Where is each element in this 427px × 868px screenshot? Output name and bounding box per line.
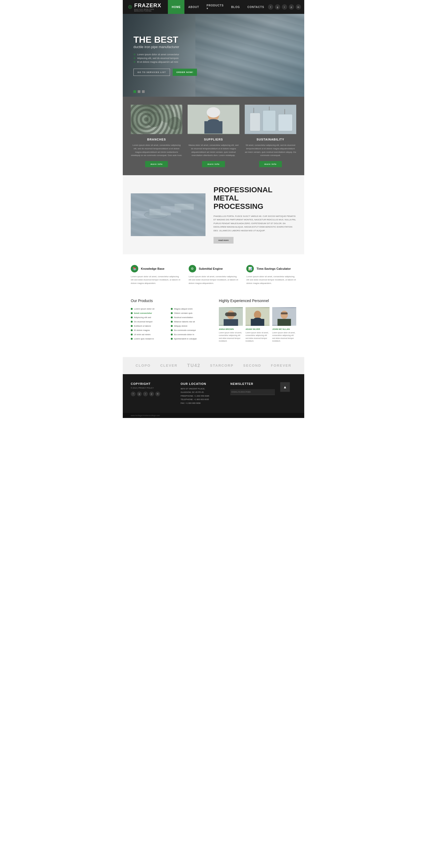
feature-submittal-title: Submittal Engine [199,267,223,270]
nav-blog[interactable]: BLOG [227,0,244,14]
feature-calculator: 📊 Time-Savings Calculator Lorem ipsum do… [246,265,296,285]
feature-knowledge-text: Lorem ipsum dolor sit amet, consectetur … [131,275,181,285]
product-item: Obtem veniam quis [171,311,208,315]
header: FRAZERX DUCTILE IRON PIPE MANUFACTURING … [123,0,304,14]
svg-point-9 [171,119,178,127]
footer-newsletter: NEWSLETTER OK [230,382,275,405]
footer: COPYRIGHT © 2014 | PRIVACY POLICY f g r … [123,374,304,413]
main-nav: HOME ABOUT PRODUCTS ▾ BLOG CONTACTS [168,0,268,14]
product-item: Exilldunt ut labore [131,324,168,328]
header-social: f g r p in [268,4,301,10]
products-column: Our Products Lorem ipsum dolor sit Magna… [131,299,208,346]
svg-rect-35 [225,312,236,316]
product-item-highlighted: Amet consectetur [131,311,168,315]
social-linkedin[interactable]: in [296,4,301,10]
social-rss[interactable]: r [282,4,287,10]
product-dot [171,334,173,336]
product-item: Do eiusmod tempol [131,320,168,323]
product-dot [171,321,173,322]
logo-text: FRAZERX [134,2,161,8]
anna-name: ANNA BROWN [219,328,243,330]
card-sustainability-title: SUSTAINABILITY [245,138,296,141]
svg-rect-17 [263,110,275,131]
order-button[interactable]: ORDER NOW! [173,69,197,76]
svg-rect-24 [132,211,156,218]
brands-section: CLOPO CLEVER TU42 STARCORP SECOND FOREVE… [123,357,304,374]
social-pinterest[interactable]: p [289,4,294,10]
logo-icon [128,4,132,10]
footer-linkedin[interactable]: in [155,392,160,396]
svg-point-28 [161,206,181,213]
pp-grid: Our Products Lorem ipsum dolor sit Magna… [131,299,296,346]
svg-point-3 [134,113,147,126]
hero-list-item: Et et dolore magna aliquaenim ad mini [133,61,197,63]
hero-list-item: Wipiscing elit, sed do eiusmod tempoin [133,57,197,60]
svg-point-6 [160,108,174,123]
anna-photo [219,307,243,326]
newsletter-input[interactable] [230,389,275,395]
read-more-button[interactable]: read more [214,237,233,244]
dot-2[interactable] [138,90,140,93]
hero-dots [133,90,145,93]
svg-point-25 [144,211,168,218]
cards-grid: BRANCHES Lorem ipsum dolor sit amet, con… [131,105,296,167]
card-branches-image [131,105,182,134]
footer-rss[interactable]: r [143,392,148,396]
social-facebook[interactable]: f [268,4,273,10]
feature-submittal: ⚙ Submittal Engine Lorem ipsum dolor sit… [189,265,238,285]
sustainability-more-button[interactable]: more info [259,161,282,167]
svg-point-39 [254,317,261,320]
worker-svg [188,105,239,134]
svg-rect-18 [278,114,292,131]
footer-location: OUR LOCATION 9870 ST VINCENT PLACE, GLAS… [181,382,225,405]
product-dot [131,316,133,318]
svg-point-4 [146,112,162,127]
processing-title: PROFESSIONALMETALPROCESSING [214,186,296,211]
svg-rect-29 [161,206,181,213]
footer-pinterest[interactable]: p [149,392,154,396]
logo[interactable]: FRAZERX DUCTILE IRON PIPE MANUFACTURING [128,2,163,12]
knowledge-icon: 📚 [131,265,138,272]
product-dot [131,325,133,327]
processing-text: PHASELLUS PORTA. FUSCE SUSCT VARIUS MI. … [214,214,296,232]
footer-facebook[interactable]: f [131,392,136,396]
card-suppliers: SUPPLIERS Massa dolor sit amet, consecte… [188,105,239,167]
svg-point-37 [254,311,261,319]
svg-point-41 [281,311,288,319]
product-dot [131,334,133,336]
brand-starcorp: STARCORP [210,364,233,368]
nav-home[interactable]: HOME [168,0,185,14]
svg-point-8 [168,117,181,129]
hero-title: THE BEST [133,35,197,44]
submittal-icon: ⚙ [189,265,196,272]
social-google[interactable]: g [275,4,280,10]
scroll-top-button[interactable]: ▲ [280,382,290,392]
nav-products[interactable]: PRODUCTS ▾ [203,0,227,14]
footer-google[interactable]: g [137,392,142,396]
dot-3[interactable] [142,90,145,93]
brand-forever: FOREVER [271,364,291,368]
nav-about[interactable]: ABOUT [185,0,203,14]
product-dot [131,329,133,331]
svg-rect-22 [131,193,205,236]
svg-point-7 [162,111,172,120]
product-dot [171,329,173,331]
product-item: Aprehenderit in volutpat [171,337,208,341]
nav-contacts[interactable]: CONTACTS [244,0,268,14]
feature-calculator-title: Time-Savings Calculator [257,267,291,270]
suppliers-more-button[interactable]: more info [202,161,225,167]
product-item: Lorem quis restant in [131,337,168,341]
dot-1[interactable] [133,90,136,93]
anna-svg [219,307,243,326]
hero-section: THE BEST ductile iron pipe manufacturer … [123,14,304,97]
features-section: 📚 Knowledge Base Lorem ipsum dolor sit a… [123,254,304,296]
card-branches-text: Lorem ipsum dolor sit amet, consectetur … [131,144,182,157]
services-button[interactable]: GO TO SERVICES LIST [133,69,170,76]
john-photo [272,307,296,326]
card-sustainability-image [245,105,296,134]
personnel-title: Highly Experienced Personnel [219,299,296,303]
branches-more-button[interactable]: more info [145,161,168,167]
tanks-svg [245,105,296,134]
product-item: Ea commodo dolor in [171,333,208,336]
feature-knowledge-header: 📚 Knowledge Base [131,265,164,272]
